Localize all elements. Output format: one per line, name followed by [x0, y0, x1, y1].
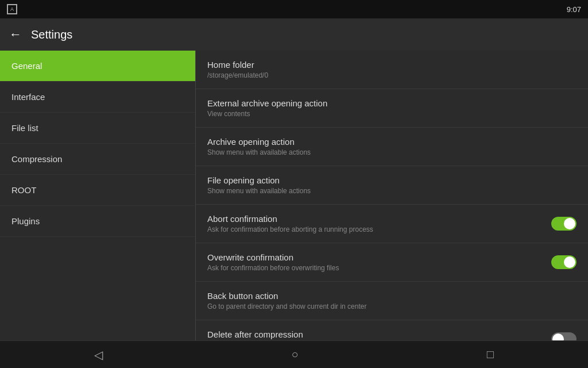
nav-home-button[interactable]: ○	[277, 343, 312, 366]
sidebar-item-file-list[interactable]: File list	[0, 113, 195, 144]
settings-list: Home folder/storage/emulated/0External a…	[195, 51, 588, 340]
sidebar-item-interface[interactable]: Interface	[0, 82, 195, 113]
setting-subtitle-archive-opening-action: Show menu with available actions	[207, 148, 311, 156]
app-bar-title: Settings	[31, 28, 72, 41]
setting-title-back-button-action: Back button action	[207, 291, 366, 301]
sidebar-item-plugins[interactable]: Plugins	[0, 206, 195, 237]
setting-item-overwrite-confirmation[interactable]: Overwrite confirmationAsk for confirmati…	[196, 243, 588, 282]
setting-title-archive-opening-action: Archive opening action	[207, 137, 311, 147]
status-bar: A 9:07	[0, 0, 588, 18]
setting-subtitle-back-button-action: Go to parent directory and show current …	[207, 302, 366, 310]
back-button[interactable]: ←	[9, 27, 22, 42]
setting-subtitle-abort-confirmation: Ask for confirmation before aborting a r…	[207, 225, 373, 233]
sidebar: GeneralInterfaceFile listCompressionROOT…	[0, 51, 195, 340]
setting-item-abort-confirmation[interactable]: Abort confirmationAsk for confirmation b…	[196, 205, 588, 243]
setting-title-overwrite-confirmation: Overwrite confirmation	[207, 252, 339, 262]
setting-subtitle-overwrite-confirmation: Ask for confirmation before overwriting …	[207, 264, 339, 272]
setting-title-external-archive-opening-action: External archive opening action	[207, 98, 327, 108]
setting-item-file-opening-action[interactable]: File opening actionShow menu with availa…	[196, 166, 588, 205]
setting-title-file-opening-action: File opening action	[207, 175, 311, 185]
nav-back-button[interactable]: ◁	[80, 343, 117, 366]
setting-title-delete-after-compression: Delete after compression	[207, 329, 345, 339]
toggle-thumb-overwrite-confirmation	[564, 256, 575, 268]
sidebar-item-general[interactable]: General	[0, 51, 195, 82]
notification-icon: A	[7, 4, 17, 14]
bottom-nav: ◁ ○ □	[0, 340, 588, 368]
status-bar-left: A	[7, 4, 17, 14]
sidebar-item-root[interactable]: ROOT	[0, 175, 195, 206]
status-bar-time: 9:07	[567, 5, 581, 14]
sidebar-item-compression[interactable]: Compression	[0, 144, 195, 175]
app-bar: ← Settings	[0, 18, 588, 51]
setting-title-abort-confirmation: Abort confirmation	[207, 214, 373, 224]
setting-subtitle-file-opening-action: Show menu with available actions	[207, 187, 311, 195]
setting-item-delete-after-compression[interactable]: Delete after compressionOffer to delete …	[196, 320, 588, 340]
setting-subtitle-external-archive-opening-action: View contents	[207, 110, 327, 118]
toggle-thumb-delete-after-compression	[552, 334, 564, 340]
toggle-thumb-abort-confirmation	[564, 218, 575, 229]
setting-item-archive-opening-action[interactable]: Archive opening actionShow menu with ava…	[196, 128, 588, 166]
nav-recent-button[interactable]: □	[473, 343, 508, 366]
setting-subtitle-home-folder: /storage/emulated/0	[207, 71, 268, 79]
setting-item-home-folder[interactable]: Home folder/storage/emulated/0	[196, 51, 588, 89]
main-content: GeneralInterfaceFile listCompressionROOT…	[0, 51, 588, 340]
toggle-overwrite-confirmation[interactable]	[551, 255, 577, 269]
setting-item-back-button-action[interactable]: Back button actionGo to parent directory…	[196, 282, 588, 320]
setting-item-external-archive-opening-action[interactable]: External archive opening actionView cont…	[196, 89, 588, 128]
toggle-delete-after-compression[interactable]	[551, 332, 577, 340]
toggle-abort-confirmation[interactable]	[551, 217, 577, 231]
setting-title-home-folder: Home folder	[207, 60, 268, 70]
